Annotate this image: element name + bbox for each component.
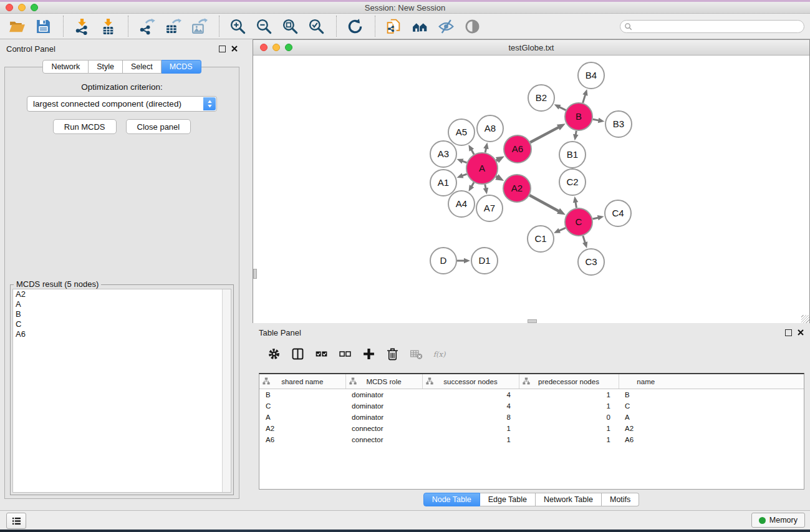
- edge-arrowhead: [557, 208, 566, 215]
- toolbar-separator: [336, 16, 337, 37]
- edge-arrowhead: [598, 118, 605, 123]
- close-panel-icon[interactable]: [231, 46, 238, 52]
- tab-network[interactable]: Network: [42, 60, 89, 74]
- graph-node-label: A6: [512, 143, 523, 154]
- network-close-traffic-light[interactable]: [260, 44, 268, 51]
- network-window-titlebar: testGlobe.txt: [253, 40, 809, 56]
- refresh-layout-icon[interactable]: [345, 16, 367, 37]
- close-panel-button[interactable]: Close panel: [126, 119, 191, 134]
- open-folder-icon[interactable]: [7, 16, 29, 37]
- table-row[interactable]: Cdominator41C: [259, 400, 804, 412]
- window-resize-grip[interactable]: [801, 315, 809, 323]
- zoom-selected-icon[interactable]: [307, 16, 328, 37]
- graph-node-label: B3: [613, 118, 624, 129]
- table-row[interactable]: Bdominator41B: [259, 389, 804, 401]
- close-traffic-light[interactable]: [6, 4, 13, 11]
- duplicate-network-icon[interactable]: [384, 16, 405, 37]
- column-header-predecessor-nodes[interactable]: predecessor nodes: [519, 374, 619, 389]
- function-builder-icon: f(x): [432, 344, 449, 363]
- table-row[interactable]: A6connector11A6: [259, 434, 804, 445]
- network-window-title: testGlobe.txt: [509, 43, 554, 52]
- edge-arrowhead: [483, 188, 488, 195]
- table-panel-header: Table Panel: [253, 323, 810, 342]
- result-list-scrollbar[interactable]: [222, 289, 231, 492]
- minimize-traffic-light[interactable]: [18, 4, 26, 11]
- add-column-icon[interactable]: [360, 344, 378, 363]
- memory-button[interactable]: Memory: [751, 513, 805, 528]
- zoom-in-icon[interactable]: [228, 16, 249, 37]
- tab-mcds[interactable]: MCDS: [162, 60, 201, 74]
- tab-node-table[interactable]: Node Table: [423, 493, 480, 506]
- tab-network-table[interactable]: Network Table: [536, 493, 602, 506]
- control-panel-tabs: NetworkStyleSelectMCDS: [0, 60, 244, 74]
- desktop-background-strip-bottom: [0, 530, 810, 532]
- edge-arrowhead: [457, 158, 464, 163]
- canvas-vertical-scrollbar[interactable]: [253, 269, 257, 279]
- zoom-traffic-light[interactable]: [31, 4, 38, 11]
- show-graphics-details-icon[interactable]: [463, 16, 484, 37]
- graph-node-label: D: [440, 255, 447, 266]
- export-image-icon[interactable]: [190, 16, 211, 37]
- show-columns-icon[interactable]: [289, 344, 307, 363]
- network-canvas[interactable]: B4B2BB3A8A5A6A3B1AA1C2A2A4A7C4CC1C3DD1: [253, 56, 809, 323]
- control-panel-header: Control Panel: [0, 39, 244, 58]
- tab-select[interactable]: Select: [123, 60, 162, 74]
- float-table-panel-icon[interactable]: [785, 329, 792, 336]
- graph-node-label: A8: [485, 123, 496, 133]
- run-mcds-button[interactable]: Run MCDS: [53, 119, 117, 134]
- delete-table-icon: [408, 344, 425, 363]
- column-header-shared-name[interactable]: shared name: [259, 374, 345, 389]
- mcds-result-item[interactable]: C: [13, 319, 231, 329]
- graph-node-label: A: [479, 163, 485, 173]
- select-all-rows-icon[interactable]: [313, 344, 330, 363]
- close-table-panel-icon[interactable]: [798, 329, 804, 336]
- graph-edge-B-B3: [593, 119, 599, 120]
- table-row[interactable]: A2connector11A2: [259, 423, 804, 434]
- tab-edge-table[interactable]: Edge Table: [480, 493, 536, 506]
- export-network-icon[interactable]: [137, 16, 158, 37]
- criterion-select-value: largest connected component (directed): [33, 99, 181, 109]
- graph-edge-B-B2: [559, 107, 566, 110]
- criterion-select[interactable]: largest connected component (directed): [27, 96, 217, 112]
- graph-edge-C-C1: [559, 228, 566, 231]
- float-panel-icon[interactable]: [219, 46, 226, 52]
- mcds-result-item[interactable]: A2: [13, 289, 231, 299]
- memory-status-icon: [759, 517, 766, 524]
- table-settings-gear-icon[interactable]: [266, 344, 283, 363]
- mcds-result-item[interactable]: A: [13, 299, 231, 309]
- tab-motifs[interactable]: Motifs: [602, 493, 639, 506]
- import-table-icon[interactable]: [99, 16, 120, 37]
- hide-graphics-details-icon[interactable]: [436, 16, 458, 37]
- tab-style[interactable]: Style: [89, 60, 123, 74]
- mcds-result-item[interactable]: B: [13, 309, 231, 319]
- app-title: Session: New Session: [365, 3, 445, 12]
- zoom-fit-icon[interactable]: [281, 16, 302, 37]
- table-toolbar: f(x): [255, 340, 452, 367]
- edge-arrowhead: [573, 134, 578, 141]
- save-session-icon[interactable]: [34, 16, 55, 37]
- graph-node-label: C3: [585, 256, 597, 267]
- graph-edge-A-A8: [485, 148, 486, 152]
- column-header-MCDS-role[interactable]: MCDS role: [345, 374, 422, 389]
- network-minimize-traffic-light[interactable]: [272, 44, 280, 51]
- edge-arrowhead: [557, 123, 566, 130]
- graph-edge-C-C3: [583, 236, 586, 243]
- graph-node-label: C: [576, 216, 582, 227]
- column-header-name[interactable]: name: [619, 374, 673, 389]
- birds-eye-view-icon[interactable]: [410, 16, 432, 37]
- search-input[interactable]: [620, 20, 804, 33]
- export-table-icon[interactable]: [163, 16, 185, 37]
- delete-columns-icon[interactable]: [384, 344, 402, 363]
- network-zoom-traffic-light[interactable]: [285, 44, 292, 51]
- task-history-button[interactable]: [6, 513, 26, 529]
- zoom-out-icon[interactable]: [254, 16, 276, 37]
- column-header-successor-nodes[interactable]: successor nodes: [422, 374, 519, 389]
- graph-edge-C-C2: [576, 202, 577, 208]
- import-network-icon[interactable]: [72, 16, 94, 37]
- mcds-result-item[interactable]: A6: [13, 329, 231, 339]
- deselect-all-rows-icon[interactable]: [337, 344, 354, 363]
- graph-edge-A6-B: [530, 127, 559, 142]
- graph-node-label: B1: [567, 149, 578, 160]
- table-row[interactable]: Adominator80A: [259, 412, 804, 423]
- graph-edge-B-B4: [583, 95, 586, 103]
